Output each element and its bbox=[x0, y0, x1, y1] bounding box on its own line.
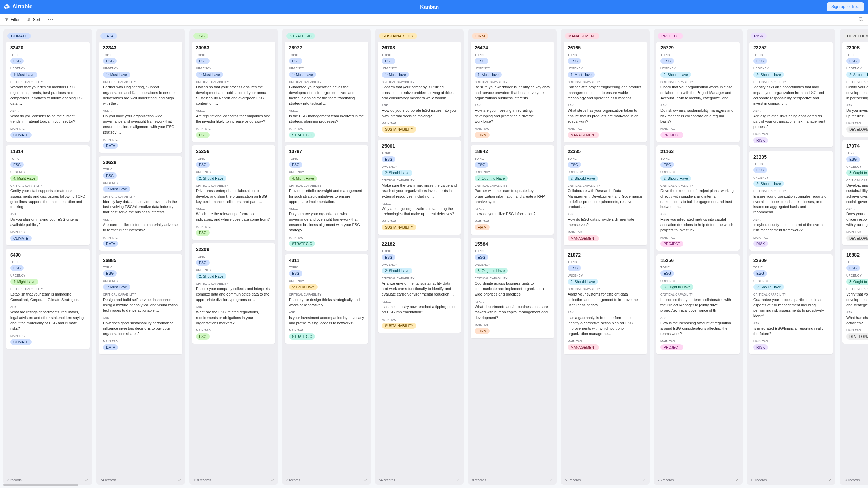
kanban-card[interactable]: 25001 TOPIC ESG URGENCY 2: Should Have C… bbox=[378, 140, 461, 235]
card-id: 32343 bbox=[103, 45, 178, 50]
column-header: PROJECT bbox=[654, 29, 743, 42]
kanban-card[interactable]: 22335 TOPIC ESG URGENCY 2: Should Have C… bbox=[564, 145, 647, 246]
kanban-card[interactable]: 25256 TOPIC ESG URGENCY 2: Should Have C… bbox=[192, 145, 275, 240]
search-button[interactable] bbox=[858, 17, 863, 23]
column-cards[interactable]: 26165 TOPIC ESG URGENCY 1: Must Have CRI… bbox=[561, 42, 650, 475]
signup-button[interactable]: Sign up for free bbox=[827, 2, 864, 11]
topic-label: TOPIC bbox=[382, 53, 457, 57]
record-count: 37 records bbox=[844, 478, 860, 482]
kanban-card[interactable]: 30628 TOPIC ESG URGENCY 1: Must Have CRI… bbox=[99, 156, 182, 251]
expand-icon[interactable]: ⤢ bbox=[735, 478, 738, 482]
urgency-label: URGENCY bbox=[382, 67, 457, 70]
kanban-card[interactable]: 26165 TOPIC ESG URGENCY 1: Must Have CRI… bbox=[564, 42, 647, 142]
column-cards[interactable]: 32343 TOPIC ESG URGENCY 1: Must Have CRI… bbox=[96, 42, 185, 475]
urgency-label: URGENCY bbox=[660, 279, 736, 283]
kanban-card[interactable]: 23008 TOPIC ESG URGENCY 2: Should Have C… bbox=[842, 42, 868, 137]
tag-pill: SUSTAINABILITY bbox=[382, 126, 416, 133]
kanban-card[interactable]: 22309 TOPIC ESG URGENCY 2: Should Have C… bbox=[749, 254, 833, 354]
urgency-label: URGENCY bbox=[103, 181, 178, 185]
expand-icon[interactable]: ⤢ bbox=[85, 478, 88, 482]
column-cards[interactable]: 23752 TOPIC ESG URGENCY 2: Should Have C… bbox=[747, 42, 835, 475]
kanban-column: SUSTAINABILITY 26708 TOPIC ESG URGENCY 1… bbox=[375, 29, 464, 485]
expand-icon[interactable]: ⤢ bbox=[457, 478, 460, 482]
column-cards[interactable]: 25729 TOPIC ESG URGENCY 2: Should Have C… bbox=[654, 42, 743, 475]
tag-label: MAIN TAG bbox=[103, 236, 178, 239]
column-cards[interactable]: 30083 TOPIC ESG URGENCY 1: Must Have CRI… bbox=[189, 42, 278, 475]
ask-text: How are you investing in recruiting, dev… bbox=[475, 108, 550, 124]
topic-pill: ESG bbox=[10, 162, 24, 168]
topic-pill: ESG bbox=[382, 156, 395, 162]
column-cards[interactable]: 26708 TOPIC ESG URGENCY 1: Must Have CRI… bbox=[375, 42, 464, 475]
ask-text: Has a gap analysis been performed to ide… bbox=[568, 315, 643, 337]
kanban-card[interactable]: 28972 TOPIC ESG URGENCY 1: Must Have CRI… bbox=[285, 42, 368, 142]
expand-icon[interactable]: ⤢ bbox=[550, 478, 553, 482]
ask-text: What has changed as a result of business… bbox=[846, 315, 868, 326]
kanban-card[interactable]: 23752 TOPIC ESG URGENCY 2: Should Have C… bbox=[749, 42, 833, 147]
expand-icon[interactable]: ⤢ bbox=[828, 478, 831, 482]
kanban-card[interactable]: 15584 TOPIC ESG URGENCY 3: Ought to Have… bbox=[471, 238, 554, 338]
ask-label: ASK… bbox=[846, 311, 868, 314]
tag-label: MAIN TAG bbox=[289, 329, 364, 332]
tag-pill: ESG bbox=[196, 132, 210, 138]
card-id: 21163 bbox=[660, 149, 736, 154]
kanban-board[interactable]: CLIMATE 32420 TOPIC ESG URGENCY 1: Must … bbox=[0, 26, 868, 488]
urgency-pill: 3: Ought to Have bbox=[475, 175, 508, 181]
column-cards[interactable]: 23008 TOPIC ESG URGENCY 2: Should Have C… bbox=[840, 42, 868, 475]
kanban-card[interactable]: 26474 TOPIC ESG URGENCY 1: Must Have CRI… bbox=[471, 42, 554, 142]
kanban-card[interactable]: 17074 TOPIC ESG URGENCY 3: Ought to Have… bbox=[842, 140, 868, 246]
kanban-card[interactable]: 30083 TOPIC ESG URGENCY 1: Must Have CRI… bbox=[192, 42, 275, 142]
topic-label: TOPIC bbox=[196, 255, 271, 258]
ask-label: ASK… bbox=[475, 207, 550, 210]
kanban-card[interactable]: 32343 TOPIC ESG URGENCY 1: Must Have CRI… bbox=[99, 42, 182, 153]
more-menu[interactable]: ⋯ bbox=[48, 16, 54, 23]
topic-label: TOPIC bbox=[568, 260, 643, 264]
kanban-card[interactable]: 10787 TOPIC ESG URGENCY 4: Might Have CR… bbox=[285, 145, 368, 251]
kanban-card[interactable]: 16882 TOPIC ESG URGENCY 3: Ought to Have… bbox=[842, 249, 868, 344]
capability-text: Analyze environmental sustainability dat… bbox=[382, 281, 457, 297]
filter-button[interactable]: Filter bbox=[5, 17, 20, 22]
capability-text: Identify key data and service providers … bbox=[103, 199, 178, 216]
column-cards[interactable]: 28972 TOPIC ESG URGENCY 1: Must Have CRI… bbox=[282, 42, 371, 475]
topic-pill: ESG bbox=[846, 156, 860, 162]
column-header: MANAGEMENT bbox=[561, 29, 650, 42]
urgency-pill: 2: Should Have bbox=[846, 72, 868, 78]
column-cards[interactable]: 32420 TOPIC ESG URGENCY 1: Must Have CRI… bbox=[3, 42, 92, 475]
column-title-pill: RISK bbox=[751, 33, 767, 39]
tag-pill: DEVELOPMENT bbox=[846, 126, 868, 133]
capability-text: Adapt your systems for efficient data co… bbox=[568, 292, 643, 308]
topic-label: TOPIC bbox=[103, 266, 178, 269]
kanban-card[interactable]: 21072 TOPIC ESG URGENCY 2: Should Have C… bbox=[564, 249, 647, 354]
column-title-pill: STRATEGIC bbox=[286, 33, 315, 39]
kanban-card[interactable]: 22209 TOPIC ESG URGENCY 2: Should Have C… bbox=[192, 243, 275, 344]
card-id: 16882 bbox=[846, 252, 868, 258]
ask-text: How do ESG data providers differentiate … bbox=[568, 217, 643, 228]
kanban-card[interactable]: 22182 TOPIC ESG URGENCY 2: Should Have C… bbox=[378, 238, 461, 333]
column-cards[interactable]: 26474 TOPIC ESG URGENCY 1: Must Have CRI… bbox=[468, 42, 557, 475]
kanban-card[interactable]: 21163 TOPIC ESG URGENCY 2: Should Have C… bbox=[656, 145, 740, 251]
column-footer: 25 records ⤢ bbox=[654, 475, 743, 485]
kanban-card[interactable]: 11314 TOPIC ESG URGENCY 4: Might Have CR… bbox=[6, 145, 90, 246]
card-id: 22182 bbox=[382, 241, 457, 247]
expand-icon[interactable]: ⤢ bbox=[643, 478, 646, 482]
kanban-card[interactable]: 25729 TOPIC ESG URGENCY 2: Should Have C… bbox=[656, 42, 740, 142]
horizontal-scrollbar[interactable] bbox=[3, 484, 78, 486]
urgency-label: URGENCY bbox=[289, 170, 364, 174]
kanban-card[interactable]: 23335 TOPIC ESG URGENCY 2: Should Have C… bbox=[749, 151, 833, 251]
kanban-card[interactable]: 26708 TOPIC ESG URGENCY 1: Must Have CRI… bbox=[378, 42, 461, 137]
kanban-card[interactable]: 32420 TOPIC ESG URGENCY 1: Must Have CRI… bbox=[6, 42, 90, 142]
expand-icon[interactable]: ⤢ bbox=[178, 478, 181, 482]
urgency-label: URGENCY bbox=[289, 279, 364, 283]
kanban-card[interactable]: 26885 TOPIC ESG URGENCY 1: Must Have CRI… bbox=[99, 254, 182, 354]
kanban-card[interactable]: 15256 TOPIC ESG URGENCY 3: Ought to Have… bbox=[656, 254, 740, 354]
tag-pill: ESG bbox=[196, 230, 210, 236]
kanban-card[interactable]: 6490 TOPIC ESG URGENCY 4: Might Have CRI… bbox=[6, 249, 90, 349]
capability-text: Be sure your workforce is identifying ke… bbox=[475, 85, 550, 101]
sort-button[interactable]: Sort bbox=[27, 17, 40, 22]
expand-icon[interactable]: ⤢ bbox=[271, 478, 274, 482]
kanban-card[interactable]: 4311 TOPIC ESG URGENCY 5: Could Have CRI… bbox=[285, 254, 368, 344]
urgency-label: URGENCY bbox=[475, 170, 550, 174]
kanban-card[interactable]: 18842 TOPIC ESG URGENCY 3: Ought to Have… bbox=[471, 145, 554, 235]
airtable-logo[interactable]: Airtable bbox=[4, 4, 33, 10]
capability-text: Liaison so that your team collaborates w… bbox=[660, 297, 736, 313]
expand-icon[interactable]: ⤢ bbox=[364, 478, 367, 482]
